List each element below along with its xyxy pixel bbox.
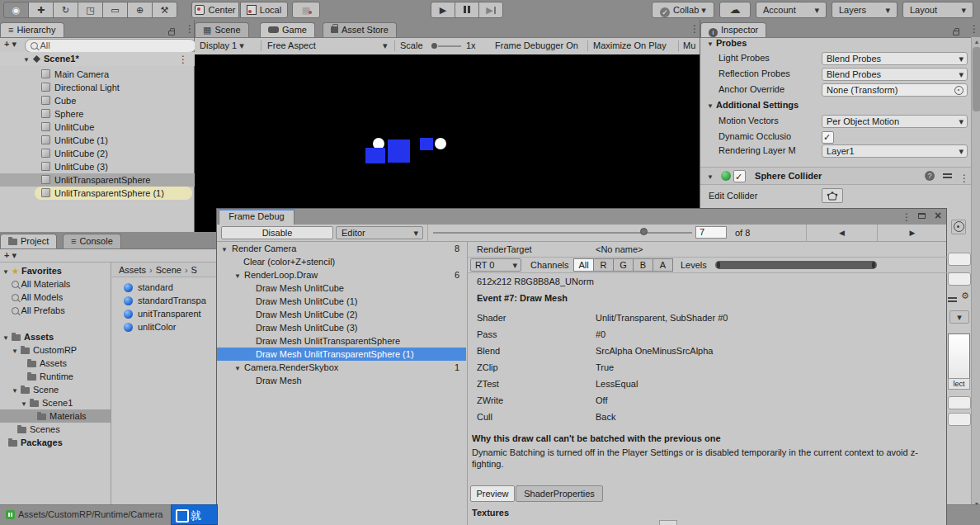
favorites-header[interactable]: Favorites xyxy=(0,264,111,277)
create-button[interactable]: + xyxy=(4,248,16,262)
tree-item[interactable]: Scene1 xyxy=(0,396,111,409)
tab-inspector[interactable]: Inspector xyxy=(700,22,766,37)
search-input[interactable]: All xyxy=(25,39,196,53)
rendering-layer-dropdown[interactable]: Layer1 xyxy=(822,144,968,158)
mute-audio-toggle[interactable]: Mu xyxy=(683,37,695,54)
anchor-override-field[interactable]: None (Transform) xyxy=(822,83,968,97)
view-tool-button[interactable] xyxy=(3,2,29,18)
tree-item-packages[interactable]: Packages xyxy=(0,436,111,449)
component-enabled-checkbox[interactable] xyxy=(733,170,746,182)
kebab-menu-icon[interactable] xyxy=(690,23,700,35)
frame-debug-titlebar[interactable]: Frame Debug xyxy=(217,209,946,225)
display-dropdown[interactable]: Display 1 xyxy=(200,37,244,54)
frame-number-input[interactable]: 7 xyxy=(695,226,727,239)
create-button[interactable]: + xyxy=(4,39,16,50)
foldout-icon[interactable] xyxy=(23,52,30,67)
presets-icon[interactable] xyxy=(948,297,957,299)
scene-header-row[interactable]: Scene1* xyxy=(0,52,195,66)
hierarchy-item-selected[interactable]: UnlitTransparentSphere xyxy=(0,173,195,187)
levels-max-handle[interactable] xyxy=(872,262,875,268)
step-button[interactable] xyxy=(478,2,503,18)
scale-tool-button[interactable] xyxy=(78,2,103,18)
channel-b-button[interactable]: B xyxy=(633,258,653,272)
scroll-up-icon[interactable]: ▲ xyxy=(972,39,980,45)
pivot-local-button[interactable]: Local xyxy=(240,2,288,18)
tree-item[interactable]: CustomRP xyxy=(0,343,111,357)
tab-shader-properties[interactable]: ShaderProperties xyxy=(516,485,603,502)
hierarchy-item[interactable]: UnlitCube (3) xyxy=(0,160,195,173)
event-row[interactable]: Draw Mesh UnlitCube (3) xyxy=(217,321,466,334)
rt-index-dropdown[interactable]: RT 0 xyxy=(470,258,521,272)
lock-icon[interactable] xyxy=(168,31,175,35)
dynamic-occlusion-checkbox[interactable] xyxy=(822,131,834,144)
levels-min-handle[interactable] xyxy=(717,262,720,268)
frame-debugger-toggle[interactable]: Frame Debugger On xyxy=(495,37,578,54)
aspect-dropdown[interactable]: Free Aspect xyxy=(267,37,316,54)
layers-dropdown[interactable]: Layers xyxy=(832,2,898,18)
kebab-menu-icon[interactable] xyxy=(185,23,195,35)
game-viewport[interactable] xyxy=(195,54,700,232)
favorites-item[interactable]: All Materials xyxy=(0,277,111,291)
tree-item[interactable]: Scene xyxy=(0,383,111,396)
scale-slider-handle[interactable] xyxy=(431,43,437,49)
transform-tool-button[interactable] xyxy=(127,2,153,18)
dropdown-edge[interactable] xyxy=(949,310,969,324)
account-dropdown[interactable]: Account xyxy=(756,2,827,18)
event-row[interactable]: Draw Mesh UnlitCube (2) xyxy=(217,308,466,321)
edit-collider-button[interactable] xyxy=(822,188,843,203)
target-select-dropdown[interactable]: Editor xyxy=(336,226,423,239)
reflection-probes-dropdown[interactable]: Blend Probes xyxy=(822,68,968,81)
rotate-tool-button[interactable] xyxy=(53,2,78,18)
pause-button[interactable] xyxy=(455,2,479,18)
inspector-scrollbar[interactable]: ▲ ▼ xyxy=(971,37,980,508)
disable-button[interactable]: Disable xyxy=(221,226,333,239)
kebab-menu-icon[interactable] xyxy=(902,211,912,223)
maximize-icon[interactable] xyxy=(918,213,926,219)
scale-slider-track[interactable] xyxy=(438,45,461,47)
hierarchy-item[interactable]: UnlitCube (1) xyxy=(0,134,195,147)
hierarchy-item[interactable]: UnlitCube (2) xyxy=(0,147,195,160)
kebab-menu-icon[interactable] xyxy=(959,170,969,187)
hierarchy-item[interactable]: Main Camera xyxy=(0,68,195,81)
tab-console[interactable]: Console xyxy=(63,234,121,248)
tree-item[interactable]: Runtime xyxy=(0,370,111,383)
breadcrumb-item[interactable]: Assets xyxy=(119,265,146,275)
status-path[interactable]: Assets/CustomRP/Runtime/Camera xyxy=(18,509,168,519)
picker-button[interactable] xyxy=(951,220,966,234)
channel-a-button[interactable]: A xyxy=(653,258,673,272)
event-row[interactable]: RenderLoop.Draw6 xyxy=(217,268,466,281)
cloud-button[interactable] xyxy=(719,2,751,18)
tab-asset-store[interactable]: Asset Store xyxy=(323,22,397,37)
breadcrumb-item[interactable]: Scene xyxy=(156,265,181,275)
breadcrumb-item[interactable]: S xyxy=(191,265,197,275)
tree-item-assets[interactable]: Assets xyxy=(0,330,111,343)
maximize-on-play-toggle[interactable]: Maximize On Play xyxy=(593,37,667,54)
hierarchy-item[interactable]: Directional Light xyxy=(0,81,195,94)
scrollbar-thumb[interactable] xyxy=(973,47,980,111)
levels-slider[interactable] xyxy=(715,261,877,269)
event-row[interactable]: Draw Mesh UnlitCube xyxy=(217,281,466,295)
tab-project[interactable]: Project xyxy=(0,234,57,248)
object-picker-icon[interactable] xyxy=(954,86,964,95)
tab-frame-debug[interactable]: Frame Debug xyxy=(219,209,294,225)
event-row[interactable]: Draw Mesh UnlitCube (1) xyxy=(217,295,466,308)
tree-item[interactable]: Scenes xyxy=(0,423,111,436)
sphere-collider-header[interactable]: Sphere Collider xyxy=(700,167,971,185)
favorites-item[interactable]: All Prefabs xyxy=(0,304,111,317)
pivot-center-button[interactable]: Center xyxy=(191,2,239,18)
frame-slider-track[interactable] xyxy=(433,232,692,234)
tab-game[interactable]: Game xyxy=(260,22,315,37)
event-row[interactable]: Draw Mesh UnlitTransparentSphere xyxy=(217,334,466,348)
tree-item-selected[interactable]: Materials xyxy=(0,409,111,423)
select-button-partial[interactable]: lect xyxy=(948,378,970,390)
chevron-down-icon[interactable] xyxy=(383,37,388,54)
kebab-menu-icon[interactable] xyxy=(969,23,979,35)
tab-preview[interactable]: Preview xyxy=(470,485,515,502)
channel-r-button[interactable]: R xyxy=(593,258,614,272)
event-row[interactable]: Clear (color+Z+stencil) xyxy=(217,255,466,268)
event-row-selected[interactable]: Draw Mesh UnlitTransparentSphere (1) xyxy=(217,348,466,361)
layout-dropdown[interactable]: Layout xyxy=(902,2,973,18)
tab-hierarchy[interactable]: Hierarchy xyxy=(0,22,64,37)
hierarchy-item[interactable]: Cube xyxy=(0,94,195,107)
light-probes-dropdown[interactable]: Blend Probes xyxy=(822,52,968,65)
